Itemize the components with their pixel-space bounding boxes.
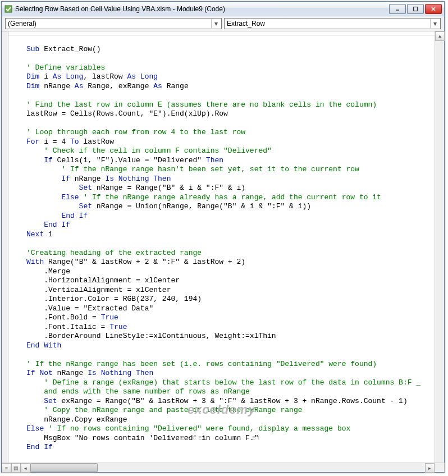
window-controls: [388, 4, 442, 14]
code-area-wrap: Sub Extract_Row() ' Define variables Dim…: [2, 31, 444, 472]
code-token: As Long: [127, 72, 158, 81]
code-token: .VerticalAlignment = xlCenter: [26, 286, 171, 294]
code-token: nRange = Range("B" & i & ":F" & i): [92, 184, 245, 192]
maximize-button[interactable]: [407, 4, 424, 14]
code-token: nRange: [39, 82, 74, 90]
scroll-left-icon[interactable]: ◂: [21, 463, 30, 473]
svg-rect-0: [5, 6, 12, 12]
minimize-button[interactable]: [389, 4, 406, 14]
code-token: True: [109, 323, 127, 331]
code-token: Else: [26, 424, 48, 433]
code-token: If: [26, 175, 70, 183]
code-token: Is Nothing Then: [88, 369, 153, 377]
code-token: Cells(i, "F").Value = "Delivered": [53, 156, 206, 164]
code-token: .HorizontalAlignment = xlCenter: [26, 276, 180, 285]
code-token: i: [39, 72, 52, 81]
code-token: True: [101, 313, 118, 322]
code-token: If: [26, 156, 53, 164]
code-token: If Not: [26, 369, 53, 377]
titlebar[interactable]: Selecting Row Based on Cell Value Using …: [2, 2, 444, 16]
code-token: .Font.Bold =: [26, 313, 101, 322]
code-comment: ' If the nRange range already has a rang…: [83, 193, 381, 202]
code-comment: ' Find the last row in column E (assumes…: [26, 100, 377, 109]
code-token: nRange = Union(nRange, Range("B" & i & "…: [92, 202, 311, 210]
scroll-track[interactable]: [435, 41, 444, 463]
code-token: Extract_Row(): [39, 45, 100, 53]
code-comment: ' Define variables: [26, 63, 105, 72]
code-token: Set: [26, 202, 92, 210]
procedure-dropdown-value: Extract_Row: [227, 20, 265, 28]
code-token: nRange.Copy exRange: [26, 415, 127, 424]
code-token: lastRow: [79, 138, 114, 146]
horizontal-scroll-thumb[interactable]: [30, 463, 98, 472]
full-module-view-button[interactable]: ▤: [11, 463, 21, 473]
code-token: End If: [26, 212, 88, 220]
code-token: End With: [26, 341, 61, 350]
code-token: MsgBox "No rows contain 'Delivered' in c…: [26, 434, 258, 442]
window-title: Selecting Row Based on Cell Value Using …: [15, 5, 388, 13]
code-token: End If: [26, 221, 70, 229]
scroll-right-icon[interactable]: ▸: [425, 463, 435, 473]
code-token: As: [153, 82, 162, 90]
app-icon: [4, 4, 13, 13]
code-token: Else: [26, 193, 83, 202]
code-token: exRange = Range("B" & lastRow + 3 & ":F"…: [57, 397, 408, 405]
bottom-bar: ≡ ▤ ◂ ▸: [2, 463, 444, 472]
code-token: nRange: [70, 175, 105, 183]
object-dropdown[interactable]: (General) ▾: [5, 18, 222, 29]
scroll-up-icon[interactable]: ▲: [435, 31, 445, 41]
code-editor[interactable]: Sub Extract_Row() ' Define variables Dim…: [8, 31, 435, 472]
code-token: lastRow = Cells(Rows.Count, "E").End(xlU…: [26, 109, 228, 118]
code-comment: ' Copy the nRange range and paste it int…: [26, 406, 302, 414]
code-comment: ' Define a range (exRange) that starts b…: [26, 378, 420, 387]
code-token: Set: [26, 184, 92, 192]
code-token: .Interior.Color = RGB(237, 240, 194): [26, 295, 202, 303]
code-token: To: [70, 138, 79, 146]
code-token: i = 4: [39, 138, 70, 146]
code-token: Next: [26, 230, 44, 239]
code-token: Then: [206, 156, 223, 164]
chevron-down-icon: ▾: [430, 19, 439, 28]
code-token: Is Nothing Then: [105, 175, 171, 183]
code-token: Dim: [26, 72, 39, 81]
code-comment: and ends with the same number of rows as…: [26, 387, 250, 396]
code-token: As Long: [53, 72, 84, 81]
code-token: Dim: [26, 82, 39, 90]
code-token: .Value = "Extracted Data": [26, 304, 153, 313]
code-comment: 'Creating heading of the extracted range: [26, 249, 202, 257]
chevron-down-icon: ▾: [211, 19, 220, 28]
code-comment: ' If the nRange range hasn't been set ye…: [26, 165, 359, 173]
dropdown-bar: (General) ▾ Extract_Row ▾: [2, 16, 444, 31]
horizontal-scroll-track[interactable]: [30, 463, 425, 472]
code-token: Sub: [26, 45, 39, 53]
code-token: Set: [26, 397, 57, 405]
code-token: .Merge: [26, 267, 70, 276]
procedure-dropdown[interactable]: Extract_Row ▾: [224, 18, 441, 29]
code-comment: ' If the nRange range has been set (i.e.…: [26, 360, 377, 368]
close-button[interactable]: [425, 4, 442, 14]
code-comment: ' Loop through each row from row 4 to th…: [26, 128, 245, 136]
code-token: .Font.Italic =: [26, 323, 109, 331]
code-token: With: [26, 258, 44, 266]
vbe-window: Selecting Row Based on Cell Value Using …: [1, 1, 445, 473]
code-comment: ' Check if the cell in column F contains…: [26, 147, 272, 155]
code-token: i: [44, 230, 53, 239]
code-comment: ' If no rows containing "Delivered" were…: [48, 424, 350, 433]
code-token: Range("B" & lastRow + 2 & ":F" & lastRow…: [44, 258, 245, 266]
code-token: , lastRow: [83, 72, 127, 81]
code-token: For: [26, 138, 39, 146]
code-token: Range, exRange: [83, 82, 153, 90]
svg-rect-2: [414, 7, 418, 11]
code-token: As: [75, 82, 84, 90]
vertical-scrollbar[interactable]: ▲ ▼: [435, 31, 444, 472]
code-token: .BorderAround LineStyle:=xlContinuous, W…: [26, 332, 276, 340]
object-dropdown-value: (General): [8, 20, 36, 28]
code-token: Range: [162, 82, 189, 90]
code-token: nRange: [53, 369, 88, 377]
margin-gutter[interactable]: [2, 31, 8, 472]
procedure-view-button[interactable]: ≡: [2, 463, 11, 473]
code-token: End If: [26, 443, 53, 451]
